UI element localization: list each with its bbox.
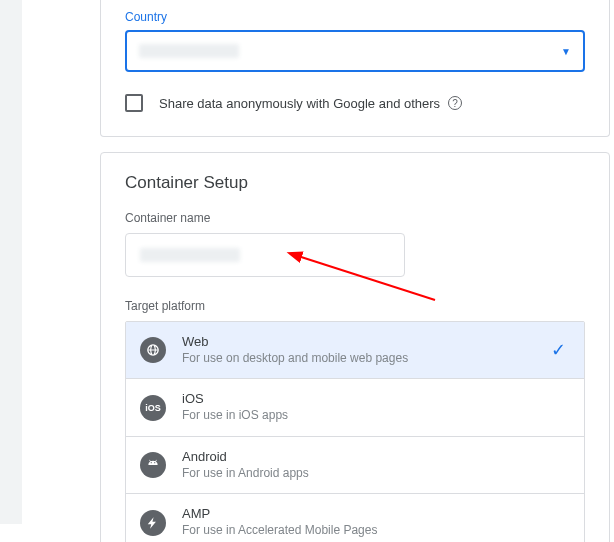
platform-web[interactable]: Web For use on desktop and mobile web pa…	[126, 322, 584, 379]
platform-title: Android	[182, 449, 309, 466]
container-setup-title: Container Setup	[125, 173, 585, 193]
platform-title: iOS	[182, 391, 288, 408]
container-name-label: Container name	[125, 211, 585, 225]
container-setup-card: Container Setup Container name Target pl…	[100, 152, 610, 542]
platform-list: Web For use on desktop and mobile web pa…	[125, 321, 585, 542]
platform-title: Web	[182, 334, 408, 351]
platform-desc: For use on desktop and mobile web pages	[182, 351, 408, 367]
country-label: Country	[125, 10, 585, 24]
platform-ios[interactable]: iOS iOS For use in iOS apps	[126, 379, 584, 436]
platform-desc: For use in iOS apps	[182, 408, 288, 424]
platform-title: AMP	[182, 506, 377, 523]
check-icon: ✓	[551, 339, 566, 361]
platform-amp[interactable]: AMP For use in Accelerated Mobile Pages	[126, 494, 584, 542]
web-icon	[140, 337, 166, 363]
share-data-label: Share data anonymously with Google and o…	[159, 96, 462, 111]
ios-icon: iOS	[140, 395, 166, 421]
chevron-down-icon: ▼	[561, 46, 571, 57]
share-data-row[interactable]: Share data anonymously with Google and o…	[125, 94, 585, 112]
amp-icon	[140, 510, 166, 536]
account-setup-card: Country ▼ Share data anonymously with Go…	[100, 0, 610, 137]
platform-desc: For use in Accelerated Mobile Pages	[182, 523, 377, 539]
share-data-checkbox[interactable]	[125, 94, 143, 112]
android-icon	[140, 452, 166, 478]
country-value-redacted	[139, 44, 239, 58]
platform-desc: For use in Android apps	[182, 466, 309, 482]
container-name-value-redacted	[140, 248, 240, 262]
country-select[interactable]: ▼	[125, 30, 585, 72]
container-name-input[interactable]	[125, 233, 405, 277]
platform-android[interactable]: Android For use in Android apps	[126, 437, 584, 494]
left-rail	[0, 0, 22, 524]
help-icon[interactable]: ?	[448, 96, 462, 110]
target-platform-label: Target platform	[125, 299, 585, 313]
